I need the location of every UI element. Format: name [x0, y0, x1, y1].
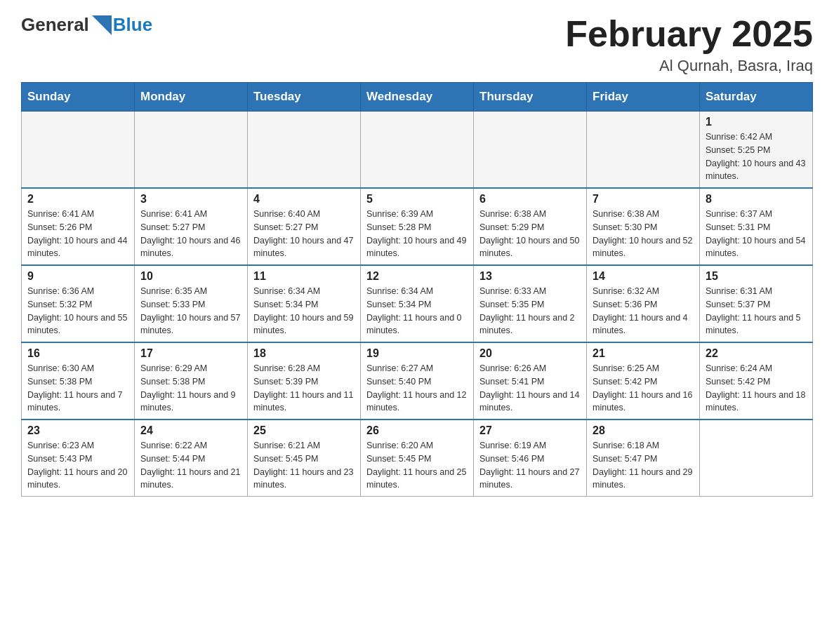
- day-info: Sunrise: 6:34 AMSunset: 5:34 PMDaylight:…: [366, 285, 468, 337]
- day-number: 12: [366, 270, 468, 283]
- day-info: Sunrise: 6:19 AMSunset: 5:46 PMDaylight:…: [479, 439, 581, 492]
- calendar-day-cell: 16Sunrise: 6:30 AMSunset: 5:38 PMDayligh…: [22, 342, 135, 420]
- calendar-day-cell: 28Sunrise: 6:18 AMSunset: 5:47 PMDayligh…: [587, 420, 700, 497]
- day-number: 18: [253, 347, 355, 360]
- calendar-day-cell: 2Sunrise: 6:41 AMSunset: 5:26 PMDaylight…: [22, 188, 135, 265]
- calendar-day-cell: 10Sunrise: 6:35 AMSunset: 5:33 PMDayligh…: [135, 265, 248, 342]
- logo-blue-text: Blue: [113, 14, 152, 36]
- svg-marker-0: [92, 15, 112, 35]
- calendar-day-cell: 27Sunrise: 6:19 AMSunset: 5:46 PMDayligh…: [474, 420, 587, 497]
- calendar-day-cell: 4Sunrise: 6:40 AMSunset: 5:27 PMDaylight…: [248, 188, 361, 265]
- calendar-day-cell: 19Sunrise: 6:27 AMSunset: 5:40 PMDayligh…: [361, 342, 474, 420]
- logo: General Blue: [21, 14, 152, 36]
- calendar-day-cell: [587, 112, 700, 189]
- day-info: Sunrise: 6:41 AMSunset: 5:27 PMDaylight:…: [140, 208, 241, 260]
- day-info: Sunrise: 6:28 AMSunset: 5:39 PMDaylight:…: [253, 362, 355, 415]
- day-number: 19: [366, 347, 468, 360]
- day-number: 14: [593, 270, 694, 283]
- calendar-day-cell: 26Sunrise: 6:20 AMSunset: 5:45 PMDayligh…: [361, 420, 474, 497]
- day-info: Sunrise: 6:24 AMSunset: 5:42 PMDaylight:…: [706, 362, 807, 415]
- calendar-day-cell: 18Sunrise: 6:28 AMSunset: 5:39 PMDayligh…: [248, 342, 361, 420]
- day-number: 25: [253, 424, 355, 437]
- calendar-day-cell: 12Sunrise: 6:34 AMSunset: 5:34 PMDayligh…: [361, 265, 474, 342]
- weekday-header-friday: Friday: [587, 83, 700, 112]
- calendar-day-cell: 17Sunrise: 6:29 AMSunset: 5:38 PMDayligh…: [135, 342, 248, 420]
- weekday-header-sunday: Sunday: [22, 83, 135, 112]
- day-number: 7: [593, 193, 694, 206]
- calendar-day-cell: 14Sunrise: 6:32 AMSunset: 5:36 PMDayligh…: [587, 265, 700, 342]
- day-info: Sunrise: 6:33 AMSunset: 5:35 PMDaylight:…: [479, 285, 581, 337]
- calendar-day-cell: 13Sunrise: 6:33 AMSunset: 5:35 PMDayligh…: [474, 265, 587, 342]
- page-header: General Blue February 2025 Al Qurnah, Ba…: [21, 14, 813, 75]
- day-number: 28: [593, 424, 694, 437]
- calendar-day-cell: [700, 420, 813, 497]
- day-info: Sunrise: 6:34 AMSunset: 5:34 PMDaylight:…: [253, 285, 355, 337]
- weekday-header-row: SundayMondayTuesdayWednesdayThursdayFrid…: [22, 83, 813, 112]
- day-number: 21: [593, 347, 694, 360]
- calendar-day-cell: 11Sunrise: 6:34 AMSunset: 5:34 PMDayligh…: [248, 265, 361, 342]
- day-number: 15: [706, 270, 807, 283]
- day-number: 23: [27, 424, 128, 437]
- day-info: Sunrise: 6:32 AMSunset: 5:36 PMDaylight:…: [593, 285, 694, 337]
- calendar-day-cell: 6Sunrise: 6:38 AMSunset: 5:29 PMDaylight…: [474, 188, 587, 265]
- day-number: 8: [706, 193, 807, 206]
- calendar-day-cell: 25Sunrise: 6:21 AMSunset: 5:45 PMDayligh…: [248, 420, 361, 497]
- day-info: Sunrise: 6:27 AMSunset: 5:40 PMDaylight:…: [366, 362, 468, 415]
- day-info: Sunrise: 6:23 AMSunset: 5:43 PMDaylight:…: [27, 439, 128, 492]
- day-number: 13: [479, 270, 581, 283]
- calendar-table: SundayMondayTuesdayWednesdayThursdayFrid…: [21, 82, 813, 497]
- day-info: Sunrise: 6:26 AMSunset: 5:41 PMDaylight:…: [479, 362, 581, 415]
- day-info: Sunrise: 6:30 AMSunset: 5:38 PMDaylight:…: [27, 362, 128, 415]
- day-info: Sunrise: 6:25 AMSunset: 5:42 PMDaylight:…: [593, 362, 694, 415]
- day-number: 16: [27, 347, 128, 360]
- logo-general-text: General: [21, 14, 89, 36]
- day-info: Sunrise: 6:21 AMSunset: 5:45 PMDaylight:…: [253, 439, 355, 492]
- day-info: Sunrise: 6:38 AMSunset: 5:29 PMDaylight:…: [479, 208, 581, 260]
- title-block: February 2025 Al Qurnah, Basra, Iraq: [565, 14, 813, 75]
- calendar-day-cell: 21Sunrise: 6:25 AMSunset: 5:42 PMDayligh…: [587, 342, 700, 420]
- weekday-header-thursday: Thursday: [474, 83, 587, 112]
- calendar-day-cell: [361, 112, 474, 189]
- day-number: 17: [140, 347, 241, 360]
- calendar-day-cell: 1Sunrise: 6:42 AMSunset: 5:25 PMDaylight…: [700, 112, 813, 189]
- calendar-day-cell: [474, 112, 587, 189]
- day-info: Sunrise: 6:39 AMSunset: 5:28 PMDaylight:…: [366, 208, 468, 260]
- weekday-header-wednesday: Wednesday: [361, 83, 474, 112]
- day-info: Sunrise: 6:38 AMSunset: 5:30 PMDaylight:…: [593, 208, 694, 260]
- weekday-header-monday: Monday: [135, 83, 248, 112]
- day-info: Sunrise: 6:42 AMSunset: 5:25 PMDaylight:…: [706, 130, 807, 183]
- day-info: Sunrise: 6:22 AMSunset: 5:44 PMDaylight:…: [140, 439, 241, 492]
- day-number: 1: [706, 116, 807, 128]
- calendar-day-cell: 8Sunrise: 6:37 AMSunset: 5:31 PMDaylight…: [700, 188, 813, 265]
- calendar-day-cell: 24Sunrise: 6:22 AMSunset: 5:44 PMDayligh…: [135, 420, 248, 497]
- calendar-week-row: 16Sunrise: 6:30 AMSunset: 5:38 PMDayligh…: [22, 342, 813, 420]
- calendar-day-cell: 23Sunrise: 6:23 AMSunset: 5:43 PMDayligh…: [22, 420, 135, 497]
- day-info: Sunrise: 6:40 AMSunset: 5:27 PMDaylight:…: [253, 208, 355, 260]
- calendar-day-cell: [135, 112, 248, 189]
- day-number: 5: [366, 193, 468, 206]
- day-number: 10: [140, 270, 241, 283]
- day-number: 2: [27, 193, 128, 206]
- calendar-day-cell: 20Sunrise: 6:26 AMSunset: 5:41 PMDayligh…: [474, 342, 587, 420]
- weekday-header-saturday: Saturday: [700, 83, 813, 112]
- calendar-week-row: 2Sunrise: 6:41 AMSunset: 5:26 PMDaylight…: [22, 188, 813, 265]
- day-info: Sunrise: 6:37 AMSunset: 5:31 PMDaylight:…: [706, 208, 807, 260]
- day-info: Sunrise: 6:18 AMSunset: 5:47 PMDaylight:…: [593, 439, 694, 492]
- location-subtitle: Al Qurnah, Basra, Iraq: [565, 57, 813, 75]
- calendar-day-cell: 15Sunrise: 6:31 AMSunset: 5:37 PMDayligh…: [700, 265, 813, 342]
- weekday-header-tuesday: Tuesday: [248, 83, 361, 112]
- logo-triangle-icon: [92, 15, 112, 35]
- day-number: 3: [140, 193, 241, 206]
- day-number: 27: [479, 424, 581, 437]
- day-info: Sunrise: 6:35 AMSunset: 5:33 PMDaylight:…: [140, 285, 241, 337]
- calendar-day-cell: 22Sunrise: 6:24 AMSunset: 5:42 PMDayligh…: [700, 342, 813, 420]
- calendar-day-cell: 5Sunrise: 6:39 AMSunset: 5:28 PMDaylight…: [361, 188, 474, 265]
- day-number: 26: [366, 424, 468, 437]
- day-number: 20: [479, 347, 581, 360]
- day-number: 9: [27, 270, 128, 283]
- calendar-week-row: 9Sunrise: 6:36 AMSunset: 5:32 PMDaylight…: [22, 265, 813, 342]
- calendar-week-row: 23Sunrise: 6:23 AMSunset: 5:43 PMDayligh…: [22, 420, 813, 497]
- calendar-day-cell: [22, 112, 135, 189]
- calendar-day-cell: 3Sunrise: 6:41 AMSunset: 5:27 PMDaylight…: [135, 188, 248, 265]
- day-number: 22: [706, 347, 807, 360]
